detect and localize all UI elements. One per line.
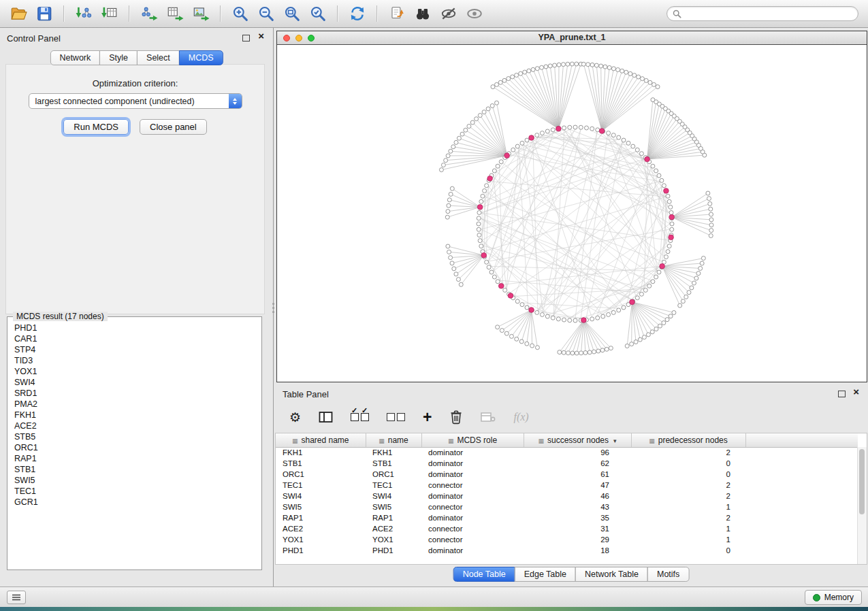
window-minimize-icon[interactable] — [295, 35, 302, 42]
result-node[interactable]: FKH1 — [14, 410, 259, 420]
table-scrollbar[interactable] — [857, 447, 867, 564]
memory-button[interactable]: Memory — [805, 590, 862, 605]
result-node[interactable]: RAP1 — [14, 453, 259, 464]
result-node[interactable]: TEC1 — [14, 486, 259, 497]
dominator-node — [664, 188, 669, 194]
result-node[interactable]: PMA2 — [14, 399, 259, 410]
search-input[interactable] — [685, 8, 852, 19]
result-node[interactable]: YOX1 — [14, 366, 259, 377]
column-header-predecessor-nodes[interactable]: ▦predecessor nodes — [631, 433, 745, 447]
export-network-button[interactable] — [138, 3, 160, 24]
table-row[interactable]: TEC1TEC1connector472 — [276, 480, 858, 491]
export-image-icon — [192, 5, 210, 22]
binoculars-button[interactable] — [412, 3, 434, 24]
dominator-node — [487, 176, 493, 182]
save-button[interactable] — [33, 3, 55, 24]
main-toolbar — [0, 0, 868, 28]
result-node[interactable]: SRD1 — [14, 388, 259, 399]
right-area: YPA_prune.txt_1 Table Panel × ⚙ ✓ ✓ + — [274, 28, 868, 587]
scrollbar-thumb[interactable] — [859, 449, 865, 514]
eye-button[interactable] — [464, 3, 485, 24]
memory-label: Memory — [824, 593, 854, 602]
table-row[interactable]: SWI5SWI5connector431 — [276, 501, 858, 512]
refresh-button[interactable] — [347, 3, 368, 24]
close-panel-button[interactable]: Close panel — [140, 119, 207, 135]
tab-mcds[interactable]: MCDS — [179, 50, 223, 65]
result-node[interactable]: STP4 — [14, 344, 259, 355]
task-history-button[interactable] — [7, 591, 26, 604]
table-row[interactable]: FKH1FKH1dominator962 — [276, 447, 858, 458]
result-node[interactable]: PHD1 — [14, 323, 259, 333]
result-node[interactable]: ORC1 — [14, 442, 259, 453]
tab-style[interactable]: Style — [99, 50, 138, 65]
column-header-successor-nodes[interactable]: ▦successor nodes▾ — [524, 433, 631, 447]
float-panel-icon[interactable] — [242, 35, 250, 42]
export-image-button[interactable] — [190, 3, 212, 24]
sort-arrow-icon[interactable]: ▾ — [613, 437, 617, 444]
table-settings-button[interactable]: ⚙ — [289, 411, 301, 424]
mcds-result-title: MCDS result (17 nodes) — [13, 312, 108, 321]
zoom-selected-button[interactable] — [307, 3, 329, 24]
window-zoom-icon[interactable] — [308, 35, 315, 42]
result-node[interactable]: SWI4 — [14, 377, 259, 388]
table-tab-node-table[interactable]: Node Table — [453, 567, 515, 582]
network-titlebar[interactable]: YPA_prune.txt_1 — [277, 31, 867, 45]
column-grid-icon: ▦ — [379, 437, 385, 444]
import-table-button[interactable] — [99, 3, 120, 24]
eye-slash-button[interactable] — [438, 3, 460, 24]
result-node[interactable]: STB1 — [14, 464, 259, 475]
table-row[interactable]: ORC1ORC1dominator610 — [276, 469, 858, 480]
table-row[interactable]: SWI4SWI4dominator462 — [276, 491, 858, 501]
table-row[interactable]: PHD1PHD1dominator180 — [276, 545, 858, 556]
open-folder-button[interactable] — [7, 3, 29, 24]
close-panel-icon[interactable]: × — [258, 31, 264, 42]
result-node[interactable]: GCR1 — [14, 497, 259, 508]
result-node[interactable]: STB5 — [14, 431, 259, 442]
column-grid-icon: ▦ — [448, 437, 454, 444]
deselect-all-button[interactable] — [387, 413, 405, 421]
clone-network-button[interactable] — [386, 3, 408, 24]
show-column-button[interactable] — [319, 411, 333, 423]
zoom-fit-button[interactable] — [281, 3, 303, 24]
column-grid-icon: ▦ — [649, 437, 655, 444]
dominator-node — [556, 126, 562, 131]
delete-column-button[interactable] — [449, 410, 463, 425]
optimization-criterion-select[interactable]: largest connected component (undirected) — [29, 93, 242, 109]
dominator-node — [481, 252, 487, 258]
select-all-button[interactable]: ✓ ✓ — [351, 413, 369, 421]
table-row[interactable]: ACE2ACE2connector311 — [276, 523, 858, 534]
result-node[interactable]: CAR1 — [14, 333, 259, 344]
table-row[interactable]: YOX1YOX1connector291 — [276, 534, 858, 545]
network-canvas[interactable] — [277, 45, 867, 382]
result-node[interactable]: TID3 — [14, 355, 259, 366]
import-network-button[interactable] — [73, 3, 95, 24]
table-tab-network-table[interactable]: Network Table — [575, 567, 648, 582]
tab-select[interactable]: Select — [137, 50, 180, 65]
table-row[interactable]: STB1STB1dominator620 — [276, 458, 858, 469]
zoom-fit-icon — [283, 5, 301, 22]
search-box[interactable] — [666, 6, 858, 21]
run-mcds-button[interactable]: Run MCDS — [63, 119, 129, 135]
column-header-name[interactable]: ▦name — [366, 433, 421, 447]
search-icon — [673, 10, 681, 18]
close-table-panel-icon[interactable]: × — [853, 386, 859, 397]
zoom-in-button[interactable] — [229, 3, 251, 24]
column-header-shared-name[interactable]: ▦shared name — [276, 433, 366, 447]
table-tab-edge-table[interactable]: Edge Table — [515, 567, 576, 582]
export-table-button[interactable] — [164, 3, 186, 24]
tab-network[interactable]: Network — [50, 50, 100, 65]
result-node[interactable]: SWI5 — [14, 475, 259, 486]
mcds-tab-content: Optimization criterion: largest connecte… — [5, 64, 265, 314]
result-node[interactable]: ACE2 — [14, 420, 259, 431]
zoom-out-button[interactable] — [255, 3, 277, 24]
table-row[interactable]: RAP1RAP1dominator352 — [276, 512, 858, 523]
rename-column-button[interactable] — [481, 412, 496, 423]
mcds-result-list: PHD1CAR1STP4TID3YOX1SWI4SRD1PMA2FKH1ACE2… — [14, 323, 259, 567]
node-table-body: FKH1FKH1dominator962STB1STB1dominator620… — [276, 447, 858, 556]
eye-icon — [466, 5, 483, 22]
float-table-panel-icon[interactable] — [838, 391, 846, 397]
column-header-MCDS-role[interactable]: ▦MCDS role — [421, 433, 524, 447]
add-column-button[interactable]: + — [423, 410, 432, 424]
table-tab-motifs[interactable]: Motifs — [647, 567, 689, 582]
window-close-icon[interactable] — [283, 35, 290, 42]
